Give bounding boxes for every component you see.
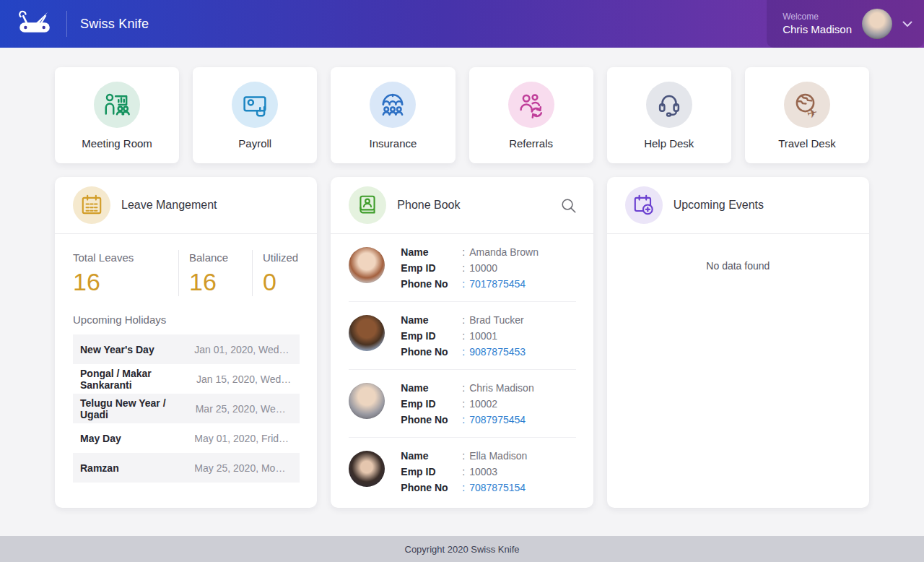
panel-title: Leave Mangement: [121, 199, 301, 212]
contact-label: Phone No: [401, 344, 462, 360]
swiss-knife-logo-icon: [17, 10, 52, 38]
avatar: [349, 383, 385, 419]
contact-label: Name: [401, 448, 462, 464]
quick-link-label: Referrals: [509, 137, 553, 150]
holiday-name: New Year's Day: [80, 344, 154, 355]
panel-title: Upcoming Events: [674, 199, 853, 212]
quick-link-label: Meeting Room: [82, 137, 152, 150]
copyright-text: Copyright 2020 Swiss Knife: [405, 544, 520, 555]
upcoming-holidays-title: Upcoming Holidays: [73, 314, 300, 326]
holiday-date: Jan 01, 2020, Wed…: [194, 344, 291, 355]
quick-link-travel-desk[interactable]: ✈ Travel Desk: [745, 67, 869, 163]
welcome-block: Welcome Chris Madison: [783, 11, 852, 37]
contact-label: Phone No: [401, 412, 462, 428]
insurance-icon: [370, 82, 416, 128]
holiday-list: New Year's Day Jan 01, 2020, Wed… Pongal…: [73, 334, 300, 483]
contact-label: Emp ID: [401, 464, 462, 480]
holiday-date: May 01, 2020, Frid…: [194, 433, 291, 444]
holiday-name: Ramzan: [80, 462, 119, 474]
contact-emp-id: 10000: [469, 262, 497, 274]
holiday-row: May Day May 01, 2020, Frid…: [73, 423, 300, 453]
contact-row: Name:Brad Tucker Emp ID:10001 Phone No:9…: [349, 302, 575, 370]
meeting-room-icon: [94, 82, 140, 128]
stat-label: Balance: [189, 251, 252, 264]
quick-link-label: Insurance: [369, 137, 417, 150]
quick-link-label: Help Desk: [644, 137, 694, 150]
panel-title: Phone Book: [397, 199, 558, 212]
avatar[interactable]: [862, 9, 892, 39]
brand[interactable]: Swiss Knife: [0, 0, 149, 48]
contact-list: Name:Amanda Brown Emp ID:10000 Phone No:…: [331, 234, 593, 505]
user-name: Chris Madison: [783, 22, 852, 37]
contact-phone-link[interactable]: 7087975454: [469, 414, 526, 425]
quick-link-label: Travel Desk: [778, 137, 835, 150]
holiday-row: Telugu New Year / Ugadi Mar 25, 2020, We…: [73, 394, 300, 423]
stat-value: 16: [73, 268, 178, 296]
quick-link-payroll[interactable]: Payroll: [193, 67, 317, 163]
stat-utilized: Utilized 0: [252, 250, 300, 296]
app-title: Swiss Knife: [80, 17, 149, 32]
app-header: Swiss Knife Welcome Chris Madison: [0, 0, 924, 48]
holiday-date: Jan 15, 2020, Wed…: [196, 373, 291, 385]
stat-value: 0: [263, 268, 300, 296]
user-menu[interactable]: Welcome Chris Madison: [767, 0, 924, 48]
avatar: [349, 247, 385, 283]
footer: Copyright 2020 Swiss Knife: [0, 536, 924, 562]
leave-stats: Total Leaves 16 Balance 16 Utilized 0: [55, 234, 317, 296]
contact-name: Brad Tucker: [469, 314, 523, 326]
holiday-date: May 25, 2020, Mo…: [194, 462, 291, 474]
contact-phone-link[interactable]: 9087875453: [469, 346, 526, 358]
holiday-name: May Day: [80, 433, 121, 444]
phone-book-header: Phone Book: [331, 177, 593, 234]
travel-desk-icon: ✈: [784, 82, 830, 128]
divider: [66, 11, 67, 37]
contact-label: Name: [401, 312, 462, 328]
contact-phone-link[interactable]: 7087875154: [469, 482, 526, 493]
dashboard-panels: Leave Mangement Total Leaves 16 Balance …: [55, 177, 869, 508]
contact-label: Emp ID: [401, 396, 462, 412]
stat-label: Utilized: [263, 251, 300, 264]
holiday-name: Telugu New Year / Ugadi: [80, 397, 196, 420]
avatar: [349, 451, 385, 487]
quick-link-meeting-room[interactable]: Meeting Room: [55, 67, 179, 163]
contact-name: Ella Madison: [469, 450, 527, 462]
referrals-icon: [508, 82, 554, 128]
holiday-row: Pongal / Makar Sankaranti Jan 15, 2020, …: [73, 364, 300, 394]
contact-label: Phone No: [401, 480, 462, 496]
contact-emp-id: 10001: [469, 330, 497, 342]
contact-label: Name: [401, 380, 462, 396]
contact-name: Amanda Brown: [469, 246, 539, 258]
payroll-icon: [232, 82, 278, 128]
chevron-down-icon[interactable]: [902, 21, 912, 27]
holiday-name: Pongal / Makar Sankaranti: [80, 368, 196, 391]
stat-label: Total Leaves: [73, 251, 178, 264]
phone-book-icon: [349, 186, 386, 224]
leave-management-panel: Leave Mangement Total Leaves 16 Balance …: [55, 177, 317, 508]
contact-label: Emp ID: [401, 260, 462, 276]
stat-value: 16: [189, 268, 252, 296]
contact-row: Name:Amanda Brown Emp ID:10000 Phone No:…: [349, 234, 575, 302]
contact-label: Emp ID: [401, 328, 462, 344]
stat-balance: Balance 16: [178, 250, 252, 296]
contact-row: Name:Chris Madison Emp ID:10002 Phone No…: [349, 370, 575, 438]
quick-link-insurance[interactable]: Insurance: [331, 67, 455, 163]
contact-label: Phone No: [401, 276, 462, 292]
empty-state-text: No data found: [607, 234, 869, 272]
upcoming-events-panel: Upcoming Events No data found: [607, 177, 869, 508]
holiday-row: New Year's Day Jan 01, 2020, Wed…: [73, 334, 300, 364]
contact-phone-link[interactable]: 7017875454: [469, 278, 526, 290]
calendar-add-icon: [625, 186, 663, 224]
holiday-date: Mar 25, 2020, We…: [196, 403, 292, 415]
search-icon[interactable]: [559, 196, 578, 215]
holiday-row: Ramzan May 25, 2020, Mo…: [73, 453, 300, 483]
avatar: [349, 315, 385, 351]
quick-link-help-desk[interactable]: Help Desk: [607, 67, 731, 163]
contact-label: Name: [401, 244, 462, 260]
contact-emp-id: 10003: [469, 466, 497, 477]
quick-link-referrals[interactable]: Referrals: [469, 67, 593, 163]
contact-row: Name:Ella Madison Emp ID:10003 Phone No:…: [349, 438, 575, 505]
welcome-label: Welcome: [783, 11, 819, 22]
stat-total-leaves: Total Leaves 16: [73, 250, 178, 296]
quick-link-label: Payroll: [238, 137, 271, 150]
svg-text:✈: ✈: [805, 105, 819, 119]
